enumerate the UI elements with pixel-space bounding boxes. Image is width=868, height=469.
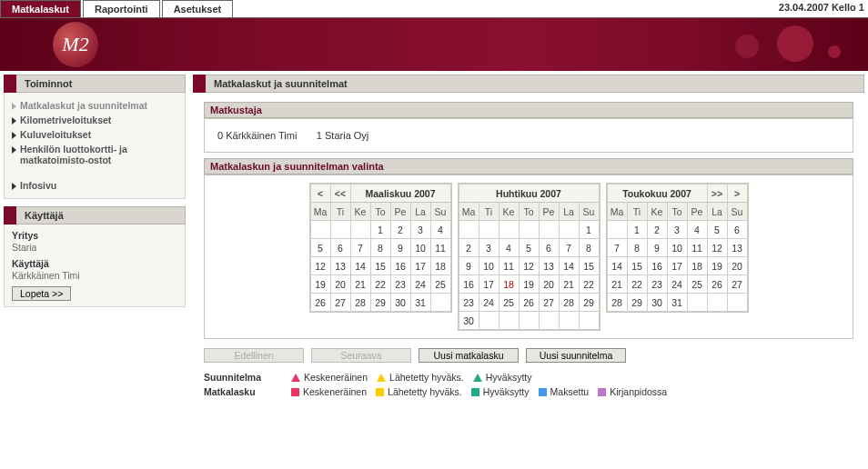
sidebar-item-2[interactable]: Kuluveloitukset [12, 127, 177, 142]
prev-button[interactable]: Edellinen [204, 348, 304, 363]
day-18[interactable]: 18 [430, 257, 450, 275]
day-4[interactable]: 4 [687, 221, 707, 239]
day-7[interactable]: 7 [607, 239, 627, 257]
tab-raportointi[interactable]: Raportointi [83, 0, 160, 17]
tab-asetukset[interactable]: Asetukset [162, 0, 234, 17]
day-27[interactable]: 27 [539, 294, 559, 312]
day-27[interactable]: 27 [727, 275, 747, 294]
day-9[interactable]: 9 [459, 257, 479, 275]
day-8[interactable]: 8 [579, 239, 599, 257]
day-13[interactable]: 13 [727, 239, 747, 257]
cal-last-icon[interactable]: > [727, 185, 747, 203]
day-3[interactable]: 3 [479, 239, 499, 257]
day-31[interactable]: 31 [667, 294, 687, 312]
day-30[interactable]: 30 [459, 312, 479, 330]
day-7[interactable]: 7 [559, 239, 579, 257]
day-17[interactable]: 17 [667, 257, 687, 275]
day-18[interactable]: 18 [687, 257, 707, 275]
day-28[interactable]: 28 [607, 294, 627, 312]
day-24[interactable]: 24 [667, 275, 687, 294]
day-14[interactable]: 14 [559, 257, 579, 275]
tab-matkalaskut[interactable]: Matkalaskut [0, 0, 81, 17]
day-15[interactable]: 15 [370, 257, 390, 275]
day-26[interactable]: 26 [707, 275, 727, 294]
day-21[interactable]: 21 [350, 275, 370, 294]
day-23[interactable]: 23 [459, 294, 479, 312]
day-28[interactable]: 28 [559, 294, 579, 312]
day-11[interactable]: 11 [430, 239, 450, 257]
day-1[interactable]: 1 [579, 221, 599, 239]
day-24[interactable]: 24 [410, 275, 430, 294]
day-30[interactable]: 30 [647, 294, 667, 312]
day-12[interactable]: 12 [310, 257, 330, 275]
day-16[interactable]: 16 [647, 257, 667, 275]
day-29[interactable]: 29 [627, 294, 647, 312]
day-1[interactable]: 1 [370, 221, 390, 239]
day-5[interactable]: 5 [519, 239, 539, 257]
day-14[interactable]: 14 [350, 257, 370, 275]
day-6[interactable]: 6 [330, 239, 350, 257]
day-20[interactable]: 20 [539, 275, 559, 294]
day-22[interactable]: 22 [579, 275, 599, 294]
day-5[interactable]: 5 [310, 239, 330, 257]
day-12[interactable]: 12 [707, 239, 727, 257]
new-expense-button[interactable]: Uusi matkalasku [419, 348, 519, 363]
day-5[interactable]: 5 [707, 221, 727, 239]
day-26[interactable]: 26 [519, 294, 539, 312]
day-9[interactable]: 9 [390, 239, 410, 257]
day-26[interactable]: 26 [310, 294, 330, 312]
day-25[interactable]: 25 [687, 275, 707, 294]
day-16[interactable]: 16 [390, 257, 410, 275]
day-11[interactable]: 11 [499, 257, 519, 275]
day-10[interactable]: 10 [667, 239, 687, 257]
day-3[interactable]: 3 [667, 221, 687, 239]
day-6[interactable]: 6 [539, 239, 559, 257]
sidebar-item-1[interactable]: Kilometriveloitukset [12, 113, 177, 127]
cal-next-icon[interactable]: >> [707, 185, 727, 203]
sidebar-item-3[interactable]: Henkilön luottokortti- ja matkatoimisto-… [12, 142, 177, 167]
day-24[interactable]: 24 [479, 294, 499, 312]
day-16[interactable]: 16 [459, 275, 479, 294]
day-19[interactable]: 19 [707, 257, 727, 275]
sidebar-item-4[interactable]: Infosivu [12, 178, 177, 193]
day-4[interactable]: 4 [430, 221, 450, 239]
day-20[interactable]: 20 [330, 275, 350, 294]
day-29[interactable]: 29 [579, 294, 599, 312]
next-button[interactable]: Seuraava [311, 348, 411, 363]
day-29[interactable]: 29 [370, 294, 390, 312]
day-15[interactable]: 15 [579, 257, 599, 275]
day-23[interactable]: 23 [390, 275, 410, 294]
day-2[interactable]: 2 [459, 239, 479, 257]
day-18[interactable]: 18 [499, 275, 519, 294]
day-7[interactable]: 7 [350, 239, 370, 257]
day-15[interactable]: 15 [627, 257, 647, 275]
day-1[interactable]: 1 [627, 221, 647, 239]
day-10[interactable]: 10 [479, 257, 499, 275]
sidebar-item-0[interactable]: Matkalaskut ja suunnitelmat [12, 98, 177, 113]
day-23[interactable]: 23 [647, 275, 667, 294]
day-2[interactable]: 2 [390, 221, 410, 239]
day-9[interactable]: 9 [647, 239, 667, 257]
cal-first-icon[interactable]: < [310, 185, 330, 203]
day-13[interactable]: 13 [539, 257, 559, 275]
day-22[interactable]: 22 [370, 275, 390, 294]
day-31[interactable]: 31 [410, 294, 430, 312]
day-28[interactable]: 28 [350, 294, 370, 312]
day-21[interactable]: 21 [559, 275, 579, 294]
day-10[interactable]: 10 [410, 239, 430, 257]
day-2[interactable]: 2 [647, 221, 667, 239]
day-25[interactable]: 25 [430, 275, 450, 294]
day-8[interactable]: 8 [627, 239, 647, 257]
day-27[interactable]: 27 [330, 294, 350, 312]
day-4[interactable]: 4 [499, 239, 519, 257]
day-13[interactable]: 13 [330, 257, 350, 275]
day-14[interactable]: 14 [607, 257, 627, 275]
day-30[interactable]: 30 [390, 294, 410, 312]
day-20[interactable]: 20 [727, 257, 747, 275]
cal-prev-icon[interactable]: << [330, 185, 350, 203]
day-3[interactable]: 3 [410, 221, 430, 239]
day-22[interactable]: 22 [627, 275, 647, 294]
day-17[interactable]: 17 [410, 257, 430, 275]
day-19[interactable]: 19 [310, 275, 330, 294]
day-8[interactable]: 8 [370, 239, 390, 257]
